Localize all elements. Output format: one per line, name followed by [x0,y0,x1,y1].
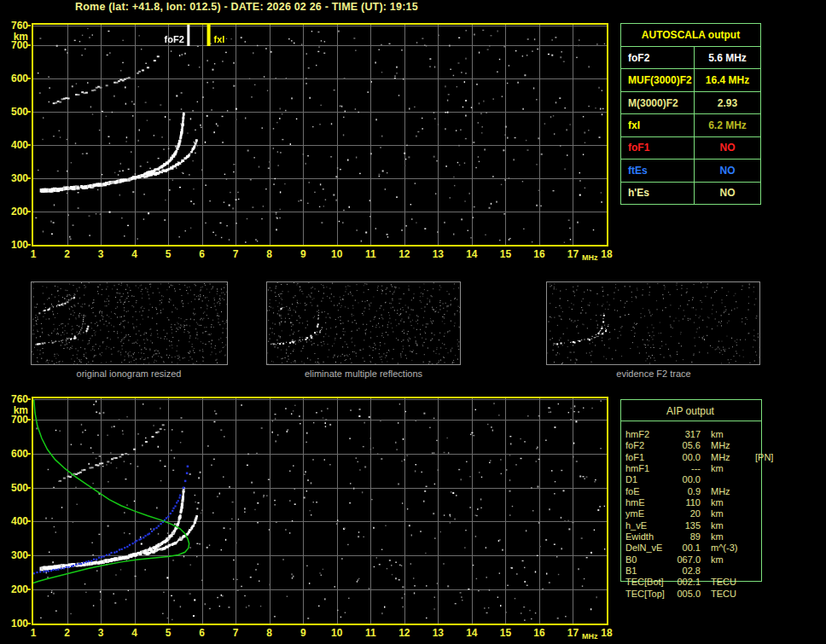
y-tick-mark [27,398,31,400]
row-label: h'Es [621,183,695,204]
y-axis-unit: km [0,405,28,415]
param-label: TEC[Top] [625,589,672,600]
page-title: Rome (lat: +41.8, lon: 012.5) - DATE: 20… [75,1,418,13]
y-tick-label: 300 [0,550,28,560]
row-label: fxI [621,114,695,136]
param-value: 89 [672,531,701,542]
param-value: 135 [672,520,701,531]
aip-row: hmF1---km [625,463,771,474]
param-label: foE [625,486,672,497]
x-tick-label: 16 [533,628,544,638]
param-unit: TECU [711,577,748,588]
x-tick-label: 15 [500,249,511,259]
table-row-hes: h'Es NO [621,183,760,204]
param-unit: km [711,554,748,566]
x-tick-label: 4 [131,628,137,638]
table-row-muf3000f2: MUF(3000)F2 16.4 MHz [621,69,760,91]
param-unit: km [711,520,748,531]
x-tick-label: 7 [233,628,239,638]
x-tick-label: 7 [233,249,239,259]
param-value: 0.9 [672,486,701,497]
aip-row: foF100.0MHz[PN] [625,452,771,463]
aip-row: DelN_vE00.1m^(-3) [625,542,771,554]
param-unit [711,566,748,577]
param-label: hmE [625,497,672,508]
aip-row: foE0.9MHz [625,486,771,497]
x-tick-label: 10 [331,628,342,638]
y-tick-label: 760 [0,394,28,404]
row-value: 6.2 MHz [695,114,760,136]
param-unit: m^(-3) [711,542,748,554]
y-tick-label: 400 [0,516,28,526]
x-tick-label: 6 [199,249,205,259]
param-unit: km [711,531,748,542]
x-tick-label: 2 [64,628,70,638]
profile-ionogram-plot [32,397,608,625]
param-value: 002.1 [672,577,701,588]
x-tick-label: 6 [199,628,205,638]
x-tick-label: 5 [166,628,172,638]
x-tick-label: 14 [466,628,477,638]
x-tick-label: 3 [98,628,104,638]
aip-row: hmE110km [625,497,771,508]
param-unit: km [711,429,748,440]
row-value: 5.6 MHz [695,47,760,68]
y-tick-mark [27,419,31,421]
aip-table: hmF2317km foF205.6MHz foF100.0MHz[PN] hm… [625,429,771,600]
row-label: MUF(3000)F2 [621,69,695,90]
x-tick-label: 17 [567,628,579,638]
y-tick-mark [27,44,31,46]
x-tick-label: 14 [466,249,477,259]
x-tick-label: 11 [365,628,376,638]
table-row-ftes: ftEs NO [621,160,760,182]
y-tick-mark [27,177,31,179]
autoscala-table: AUTOSCALA output foF2 5.6 MHz MUF(3000)F… [620,23,761,205]
y-tick-label: 200 [0,584,28,595]
thumbnail-caption: original ionogram resized [77,368,182,379]
x-tick-label: 16 [533,249,544,259]
param-value: 00.0 [672,452,701,463]
param-label: DelN_vE [625,542,672,554]
param-value: 00.1 [672,542,701,554]
param-value: 110 [672,497,701,508]
x-tick-label: 2 [64,249,70,259]
y-tick-mark [27,554,31,556]
y-axis-unit: km [0,32,28,42]
autoscala-app-window: Rome (lat: +41.8, lon: 012.5) - DATE: 20… [0,0,826,644]
x-axis-unit: MHz [582,632,598,641]
param-label: Ewidth [625,531,672,542]
aip-row: h_vE135km [625,520,771,531]
y-tick-label: 200 [0,206,28,217]
y-tick-mark [27,78,31,79]
param-unit: km [711,463,748,474]
y-tick-mark [27,144,31,146]
param-extra: [PN] [755,452,773,463]
table-row-fof1: foF1 NO [621,137,760,160]
x-tick-label: 15 [500,628,511,638]
param-unit: MHz [711,440,748,451]
y-tick-mark [27,211,31,212]
main-ionogram-plot [32,23,608,247]
row-label: foF1 [621,137,695,159]
row-value: 2.93 [695,92,760,113]
y-tick-mark [27,487,31,489]
aip-row: hmF2317km [625,429,771,440]
param-value: --- [672,463,701,474]
param-label: B0 [625,554,672,566]
aip-row: B102.8 [625,566,771,577]
x-tick-label: 13 [433,249,444,259]
param-label: B1 [625,566,672,577]
aip-row: Ewidth89km [625,531,771,542]
param-unit: MHz [711,452,748,463]
row-value: NO [695,183,760,204]
x-tick-label: 18 [601,628,612,638]
x-tick-label: 4 [131,249,137,259]
aip-row: TEC[Top]005.0TECU [625,589,771,600]
row-label: ftEs [621,160,695,181]
param-label: ymE [625,508,672,519]
x-tick-label: 12 [398,249,410,259]
param-label: h_vE [625,520,672,531]
y-tick-label: 500 [0,107,28,117]
param-value: 02.8 [672,566,701,577]
x-tick-label: 9 [300,249,306,259]
